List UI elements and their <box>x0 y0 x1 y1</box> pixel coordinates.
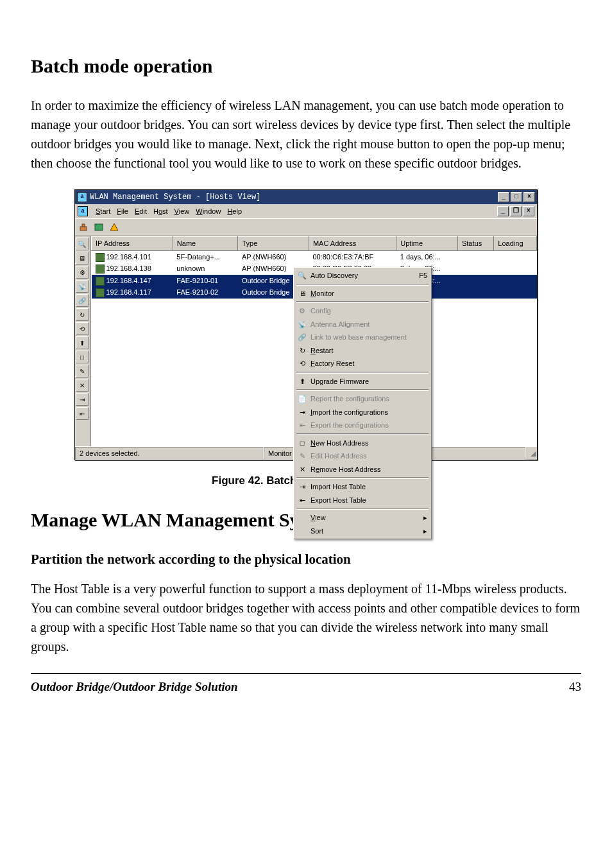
side-btn-config-icon[interactable]: ⚙ <box>76 266 89 279</box>
side-btn-binoculars-icon[interactable]: 🔍 <box>76 238 89 250</box>
side-btn-restart-icon[interactable]: ↻ <box>76 308 89 321</box>
submenu-arrow-icon: ▸ <box>423 512 427 523</box>
host-icon <box>96 277 105 286</box>
toolbar-icon-3[interactable] <box>107 220 121 234</box>
svg-rect-0 <box>80 227 87 230</box>
side-btn-upgrade-icon[interactable]: ⬆ <box>76 336 89 349</box>
svg-rect-2 <box>95 224 103 230</box>
upgrade-icon: ⬆ <box>298 377 307 386</box>
menu-window[interactable]: Window <box>196 206 221 217</box>
ctx-restart[interactable]: ↻ Restart <box>295 344 430 358</box>
ctx-restart-label: Restart <box>310 345 333 356</box>
footer-page-number: 43 <box>569 678 581 697</box>
ctx-sort-label: Sort <box>310 526 323 537</box>
cell <box>494 275 537 287</box>
report-icon: 📄 <box>298 394 307 403</box>
ctx-export-host-table[interactable]: ⇤ Export Host Table <box>295 494 430 507</box>
toolbar-icon-1[interactable] <box>76 220 90 234</box>
ctx-config-label: Config <box>310 306 331 317</box>
import-table-icon: ⇥ <box>298 482 307 491</box>
col-status[interactable]: Status <box>457 237 493 251</box>
ctx-upgrade-firmware[interactable]: ⬆ Upgrade Firmware <box>295 375 430 388</box>
ctx-factory-reset[interactable]: ⟲ Factory Reset <box>295 357 430 370</box>
ctx-remove-host-label: Remove Host Address <box>310 464 380 475</box>
minimize-button[interactable]: _ <box>498 192 509 202</box>
ctx-export-table-label: Export Host Table <box>310 495 366 506</box>
cell <box>494 250 537 263</box>
ctx-import-host-table[interactable]: ⇥ Import Host Table <box>295 480 430 494</box>
ctx-new-host-label: New Host Address <box>310 438 369 449</box>
cell <box>494 286 537 299</box>
ctx-view-submenu[interactable]: View ▸ <box>295 511 430 525</box>
ctx-new-host[interactable]: □ New Host Address <box>295 437 430 450</box>
config-icon: ⚙ <box>298 306 307 315</box>
window-titlebar: a WLAN Management System - [Hosts View] … <box>75 190 537 204</box>
ctx-weblink-label: Link to web base management <box>310 332 407 343</box>
cell <box>457 286 493 299</box>
menu-help[interactable]: Help <box>227 206 242 217</box>
ctx-import-config[interactable]: ⇥ Import the configurations <box>295 406 430 419</box>
menu-start[interactable]: Start <box>96 206 110 217</box>
cell: 192.168.4.138 <box>92 263 173 275</box>
col-type[interactable]: Type <box>238 237 309 251</box>
side-btn-edit-icon[interactable]: ✎ <box>76 365 89 378</box>
factory-reset-icon: ⟲ <box>298 359 307 368</box>
host-icon <box>96 288 105 297</box>
import-config-icon: ⇥ <box>298 408 307 417</box>
menubar: a Start File Edit Host View Window Help … <box>75 204 537 218</box>
side-btn-export-icon[interactable]: ⇤ <box>76 407 89 420</box>
cell <box>494 263 537 275</box>
child-minimize-button[interactable]: _ <box>497 206 509 216</box>
menu-view[interactable]: View <box>174 206 190 217</box>
col-loading[interactable]: Loading <box>494 237 537 251</box>
table-row[interactable]: 192.168.4.1015F-Datang+...AP (NWH660)00:… <box>92 250 537 263</box>
maximize-button[interactable]: □ <box>511 192 522 202</box>
ctx-auto-discovery-shortcut: F5 <box>406 270 427 281</box>
menu-file[interactable]: File <box>117 206 128 217</box>
toolbar-icon-2[interactable] <box>92 220 106 234</box>
ctx-import-cfg-label: Import the configurations <box>310 407 388 418</box>
cell <box>457 263 493 275</box>
export-table-icon: ⇤ <box>298 496 307 505</box>
side-btn-monitor-icon[interactable]: 🖥 <box>76 252 89 265</box>
side-btn-link-icon[interactable]: 🔗 <box>76 294 89 307</box>
child-window-icon[interactable]: a <box>78 206 88 216</box>
ctx-auto-discovery[interactable]: 🔍 Auto Discovery F5 <box>295 269 430 282</box>
separator <box>296 433 429 435</box>
menu-edit[interactable]: Edit <box>135 206 147 217</box>
col-name[interactable]: Name <box>173 237 238 251</box>
side-btn-delete-icon[interactable]: ✕ <box>76 379 89 392</box>
footer-title: Outdoor Bridge/Outdoor Bridge Solution <box>31 678 238 697</box>
export-config-icon: ⇤ <box>298 421 307 430</box>
ctx-export-cfg-label: Export the configurations <box>310 420 389 431</box>
ctx-report-config: 📄 Report the configurations <box>295 392 430 406</box>
ctx-monitor-label: Monitor <box>310 288 334 299</box>
col-uptime[interactable]: Uptime <box>396 237 458 251</box>
close-button[interactable]: × <box>523 192 535 202</box>
side-btn-new-icon[interactable]: □ <box>76 351 89 363</box>
ctx-export-config: ⇤ Export the configurations <box>295 419 430 432</box>
side-btn-reset-icon[interactable]: ⟲ <box>76 322 89 335</box>
menu-host[interactable]: Host <box>153 206 168 217</box>
ctx-sort-submenu[interactable]: Sort ▸ <box>295 525 430 538</box>
paragraph-host-table: The Host Table is a very powerful functi… <box>31 579 581 656</box>
ctx-monitor[interactable]: 🖥 Monitor <box>295 287 430 300</box>
cell: unknown <box>173 263 238 275</box>
col-mac[interactable]: MAC Address <box>309 237 396 251</box>
ctx-antenna: 📡 Antenna Alignment <box>295 318 430 331</box>
binoculars-icon: 🔍 <box>298 271 307 280</box>
resize-grip-icon[interactable]: ◢ <box>525 447 537 460</box>
col-ip[interactable]: IP Address <box>92 237 173 251</box>
cell: 00:80:C6:E3:7A:BF <box>309 250 396 263</box>
side-btn-antenna-icon[interactable]: 📡 <box>76 280 89 293</box>
side-btn-import-icon[interactable]: ⇥ <box>76 393 89 406</box>
ctx-remove-host[interactable]: ✕ Remove Host Address <box>295 463 430 476</box>
paragraph-batch-mode: In order to maximize the efficiency of w… <box>31 96 581 173</box>
child-close-button[interactable]: × <box>523 206 534 216</box>
ctx-edit-host-label: Edit Host Address <box>310 451 366 462</box>
side-toolbar: 🔍 🖥 ⚙ 📡 🔗 ↻ ⟲ ⬆ □ ✎ ✕ ⇥ ⇤ <box>75 236 91 446</box>
separator <box>296 477 429 479</box>
child-restore-button[interactable]: ❐ <box>510 206 522 216</box>
ctx-report-label: Report the configurations <box>310 394 389 404</box>
edit-icon: ✎ <box>298 451 307 460</box>
